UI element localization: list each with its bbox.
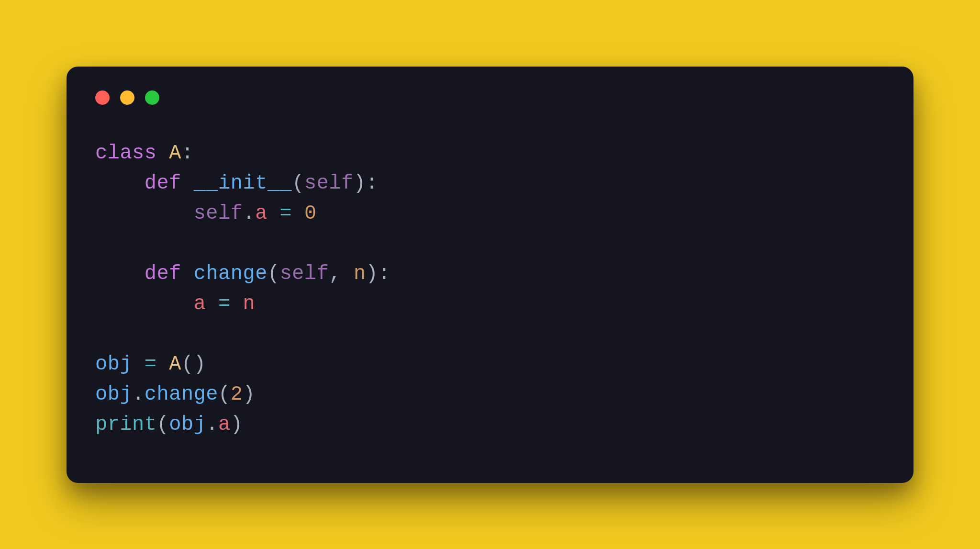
assign-op: = (267, 202, 304, 225)
var-obj: obj (95, 383, 132, 406)
attr-a: a (255, 202, 267, 225)
var-n: n (243, 292, 255, 315)
assign-op: = (132, 353, 169, 376)
param-n: n (354, 262, 366, 285)
attr-a: a (218, 413, 231, 436)
builtin-print: print (95, 413, 157, 436)
method-change: change (194, 262, 267, 285)
local-a: a (194, 292, 206, 315)
close-icon[interactable] (95, 90, 110, 105)
literal-zero: 0 (304, 202, 317, 225)
code-window: class A: def __init__(self): self.a = 0 … (67, 67, 913, 483)
keyword-class: class (95, 142, 157, 165)
class-name: A (169, 142, 181, 165)
assign-op: = (206, 292, 243, 315)
code-block: class A: def __init__(self): self.a = 0 … (95, 138, 885, 440)
param-self: self (304, 172, 354, 195)
minimize-icon[interactable] (120, 90, 134, 105)
class-call: A (169, 353, 181, 376)
call-change: change (145, 383, 218, 406)
keyword-def: def (145, 262, 181, 285)
colon: : (181, 142, 194, 165)
var-obj: obj (95, 353, 132, 376)
method-init: __init__ (194, 172, 292, 195)
self-ref: self (194, 202, 243, 225)
literal-two: 2 (231, 383, 243, 406)
var-obj: obj (169, 413, 206, 436)
keyword-def: def (145, 172, 181, 195)
traffic-lights (95, 90, 885, 105)
maximize-icon[interactable] (145, 90, 159, 105)
param-self: self (280, 262, 329, 285)
